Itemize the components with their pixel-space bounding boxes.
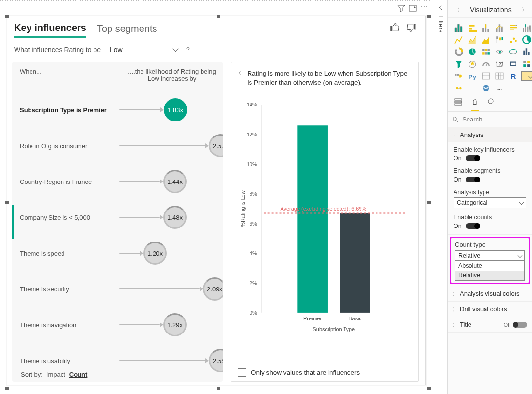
- count-type-label: Count type: [455, 241, 525, 248]
- influencer-label: Company Size is < 5,000: [20, 214, 119, 221]
- viz-type-icon[interactable]: [521, 35, 532, 45]
- svg-text:8%: 8%: [250, 191, 257, 197]
- influencer-row[interactable]: Theme is security2.09x: [20, 271, 218, 307]
- pane-collapse-right-icon[interactable]: 〉: [522, 6, 527, 14]
- svg-rect-12: [340, 213, 370, 312]
- when-header: When...: [20, 68, 126, 82]
- count-type-option-relative[interactable]: Relative: [455, 271, 524, 280]
- viz-type-icon[interactable]: [454, 83, 464, 93]
- svg-rect-42: [511, 63, 516, 65]
- viz-type-icon[interactable]: [521, 47, 532, 57]
- viz-type-icon[interactable]: [454, 35, 464, 45]
- only-influencers-checkbox[interactable]: [238, 368, 246, 377]
- viz-type-icon[interactable]: [467, 23, 478, 32]
- thumbs-up-icon[interactable]: [390, 22, 400, 33]
- viz-type-icon[interactable]: [454, 23, 464, 32]
- question-row: What influences Rating to be Low ?: [7, 38, 425, 62]
- influencer-bubble: 1.83x: [164, 98, 187, 121]
- analysis-section-header[interactable]: 〈 Analysis: [448, 127, 532, 142]
- viz-type-icon[interactable]: [494, 71, 505, 81]
- influencer-label: Theme is speed: [20, 250, 119, 257]
- influencer-row[interactable]: Subscription Type is Premier1.83x: [20, 92, 218, 128]
- thumbs-down-icon[interactable]: [406, 22, 417, 33]
- viz-type-icon[interactable]: [454, 71, 464, 81]
- viz-type-icon[interactable]: [481, 23, 491, 32]
- analysis-type-select[interactable]: Categorical: [454, 197, 526, 208]
- svg-text:123: 123: [496, 62, 504, 67]
- viz-type-icon[interactable]: [508, 23, 518, 32]
- viz-type-icon[interactable]: [508, 35, 518, 45]
- svg-text:%Rating is Low: %Rating is Low: [240, 190, 246, 227]
- back-icon[interactable]: [238, 69, 243, 77]
- sort-by-impact[interactable]: Impact: [47, 371, 65, 378]
- svg-rect-45: [523, 64, 526, 67]
- viz-type-icon[interactable]: [521, 71, 532, 81]
- tab-key-influencers[interactable]: Key influencers: [14, 22, 86, 38]
- svg-text:12%: 12%: [247, 131, 257, 137]
- viz-type-icon[interactable]: [481, 47, 491, 57]
- filters-collapsed-tab[interactable]: Filters: [437, 5, 445, 32]
- viz-type-icon[interactable]: [454, 47, 464, 57]
- pane-collapse-left-icon[interactable]: 〈: [454, 6, 460, 14]
- title-toggle[interactable]: [513, 322, 527, 328]
- sort-by-row: Sort by: Impact Count: [21, 371, 87, 378]
- viz-type-icon[interactable]: [521, 59, 532, 69]
- title-section[interactable]: 〈Title Off: [448, 317, 532, 333]
- viz-type-icon[interactable]: R: [508, 71, 518, 81]
- influencer-row[interactable]: Theme is speed1.20x: [20, 235, 218, 271]
- sort-by-count[interactable]: Count: [69, 371, 88, 378]
- drill-visual-colors-section[interactable]: 〈Drill visual colors: [448, 302, 532, 317]
- count-type-option-absolute[interactable]: Absolute: [455, 261, 524, 271]
- svg-text:14%: 14%: [247, 102, 257, 107]
- count-type-select[interactable]: Relative: [455, 250, 525, 261]
- influencer-label: Subscription Type is Premier: [20, 106, 119, 114]
- format-tab-icon[interactable]: [471, 98, 479, 111]
- target-value-dropdown[interactable]: Low: [105, 44, 182, 56]
- viz-type-icon[interactable]: [467, 59, 478, 69]
- viz-type-icon[interactable]: [454, 59, 464, 69]
- influencer-label: Theme is usability: [20, 357, 119, 364]
- analysis-visual-colors-section[interactable]: 〈Analysis visual colors: [448, 286, 532, 302]
- viz-type-icon[interactable]: [467, 47, 478, 57]
- viz-type-icon[interactable]: [481, 59, 491, 69]
- search-input[interactable]: [462, 116, 527, 123]
- filter-icon[interactable]: [397, 4, 405, 12]
- influencer-bubble: 1.48x: [163, 206, 187, 229]
- viz-type-icon[interactable]: [494, 35, 505, 45]
- more-options-icon[interactable]: ···: [421, 4, 428, 12]
- tab-top-segments[interactable]: Top segments: [97, 23, 157, 37]
- influencer-label: Theme is security: [20, 286, 119, 293]
- viz-type-icon[interactable]: [467, 83, 478, 93]
- viz-type-icon[interactable]: [508, 59, 518, 69]
- canvas: ··· Key influencers Top segments What in…: [0, 1, 430, 393]
- enable-counts-toggle[interactable]: [466, 223, 480, 229]
- viz-type-icon[interactable]: [467, 35, 478, 45]
- viz-type-icon[interactable]: [508, 47, 518, 57]
- viz-type-icon[interactable]: 123: [494, 59, 505, 69]
- influencer-row[interactable]: Role in Org is consumer2.57x: [20, 128, 218, 164]
- svg-text:Basic: Basic: [348, 316, 361, 321]
- influencer-row[interactable]: Theme is navigation1.29x: [20, 307, 218, 343]
- question-prefix: What influences Rating to be: [14, 46, 101, 54]
- help-icon[interactable]: ?: [186, 46, 190, 54]
- svg-rect-46: [527, 64, 530, 67]
- viz-type-icon[interactable]: [494, 83, 505, 93]
- influencer-label: Role in Org is consumer: [20, 142, 119, 150]
- svg-rect-19: [516, 25, 518, 26]
- enable-ki-toggle[interactable]: [466, 155, 480, 161]
- viz-type-icon[interactable]: Py: [467, 71, 478, 81]
- enable-seg-toggle[interactable]: [466, 177, 480, 182]
- viz-type-icon[interactable]: [481, 71, 491, 81]
- svg-text:Py: Py: [469, 73, 477, 80]
- viz-type-icon[interactable]: [481, 35, 491, 45]
- viz-type-icon[interactable]: [521, 23, 532, 32]
- viz-type-icon[interactable]: [494, 23, 505, 32]
- viz-type-icon[interactable]: [494, 47, 505, 57]
- fields-tab-icon[interactable]: [454, 98, 462, 111]
- focus-mode-icon[interactable]: [409, 4, 417, 12]
- viz-type-icon[interactable]: [481, 83, 491, 93]
- svg-rect-70: [455, 104, 462, 105]
- influencer-row[interactable]: Country-Region is France1.44x: [20, 164, 218, 199]
- analytics-tab-icon[interactable]: [487, 98, 495, 111]
- influencer-row[interactable]: Company Size is < 5,0001.48x: [20, 199, 218, 235]
